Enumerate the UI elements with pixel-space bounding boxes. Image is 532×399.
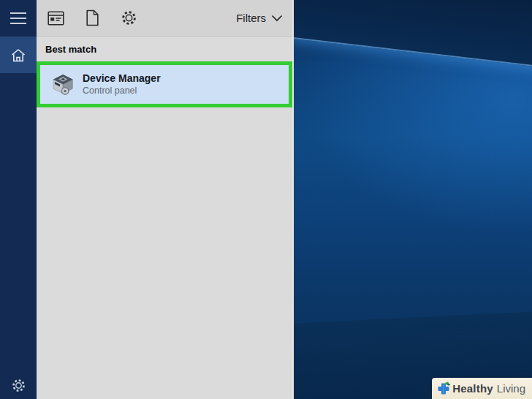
best-match-item-device-manager[interactable]: Device Manager Control panel xyxy=(40,65,289,104)
gear-icon xyxy=(11,378,26,393)
watermark-brand-bold: Healthy xyxy=(452,382,493,395)
watermark-healthy-living: Healthy Living xyxy=(432,378,532,399)
result-subtitle: Control panel xyxy=(83,86,161,96)
result-title: Device Manager xyxy=(83,73,161,84)
filters-dropdown[interactable]: Filters xyxy=(236,12,283,24)
apps-filter-button[interactable] xyxy=(47,10,64,27)
hamburger-icon xyxy=(10,12,26,14)
windows-search-screen: Healthy Living xyxy=(0,0,532,399)
device-manager-icon xyxy=(48,71,76,99)
home-icon xyxy=(10,48,26,63)
search-filter-bar: Filters xyxy=(37,0,292,37)
filters-label: Filters xyxy=(236,12,266,24)
search-results-panel: Filters Best match xyxy=(37,0,294,399)
section-header-best-match: Best match xyxy=(37,37,292,61)
document-icon xyxy=(85,10,99,26)
watermark-brand-regular: Living xyxy=(497,382,525,395)
sidebar-item-settings[interactable] xyxy=(10,376,27,394)
medical-cross-icon xyxy=(436,381,452,397)
apps-icon xyxy=(48,11,64,26)
green-highlight-box: Device Manager Control panel xyxy=(37,61,292,107)
documents-filter-button[interactable] xyxy=(83,10,101,27)
gear-icon xyxy=(121,10,137,26)
menu-button[interactable] xyxy=(10,12,26,24)
result-text: Device Manager Control panel xyxy=(83,73,161,96)
desktop-wallpaper[interactable] xyxy=(294,0,532,399)
sidebar-item-home[interactable] xyxy=(0,37,37,73)
search-sidebar xyxy=(0,0,37,399)
chevron-down-icon xyxy=(271,15,283,22)
settings-filter-button[interactable] xyxy=(120,10,137,27)
